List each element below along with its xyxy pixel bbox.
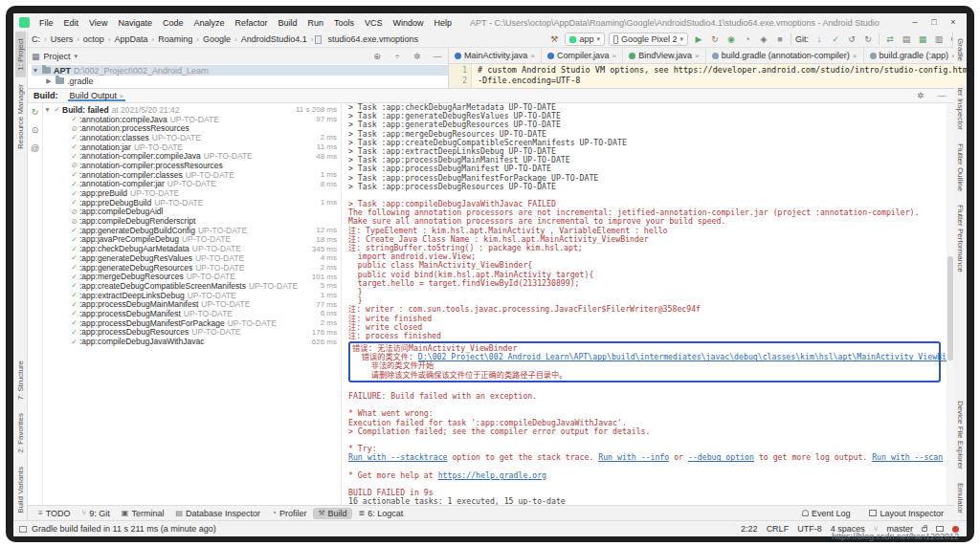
- build-task-row[interactable]: ▼✓Build: failedat 2021/5/20 21:4211 s 20…: [43, 105, 341, 115]
- expander-icon[interactable]: ▶: [45, 77, 53, 85]
- menu-tools[interactable]: Tools: [329, 16, 359, 30]
- toolwindow-button-event-log[interactable]: Event Log: [797, 508, 856, 519]
- sync-project-icon[interactable]: ⇄: [883, 33, 897, 45]
- build-task-row[interactable]: ✓:app:generateDebugBuildConfigUP-TO-DATE…: [43, 226, 341, 235]
- menu-help[interactable]: Help: [430, 16, 457, 30]
- minimize-button[interactable]: –: [905, 14, 924, 31]
- profiler-icon[interactable]: ◔: [741, 33, 754, 45]
- console-link[interactable]: Run with --scan: [872, 452, 943, 462]
- toolwindow-button-terminal[interactable]: ▣Terminal: [117, 508, 169, 519]
- project-root-row[interactable]: ▼ APT D:\002_Project\002_Android_Learn: [32, 65, 448, 76]
- toolwindow-button-9-git[interactable]: ⑂9: Git: [78, 508, 115, 519]
- inspection-ok-icon[interactable]: ✓: [963, 66, 967, 76]
- breadcrumb-item[interactable]: Google: [201, 33, 233, 45]
- build-task-row[interactable]: ✓:app:extractDeepLinksDebugUP-TO-DATE1 m…: [43, 291, 341, 300]
- chevron-down-icon[interactable]: ▾: [75, 53, 78, 60]
- git-commit-icon[interactable]: ✓: [829, 33, 842, 45]
- sidebar-item-flutter-outline[interactable]: Flutter Outline: [955, 137, 966, 198]
- scrollbar-thumb[interactable]: [947, 256, 953, 360]
- device-select[interactable]: Google Pixel 2 ▾: [609, 33, 688, 46]
- git-update-icon[interactable]: ↓: [813, 33, 826, 45]
- minimize-panel-icon[interactable]: —: [935, 90, 948, 101]
- lock-icon[interactable]: [922, 527, 927, 532]
- menu-window[interactable]: Window: [389, 16, 429, 30]
- status-message[interactable]: Gradle build failed in 11 s 211 ms (a mi…: [32, 524, 216, 534]
- console-scrollbar[interactable]: [947, 103, 954, 505]
- sidebar-item-flutter-performance[interactable]: Flutter Performance: [955, 198, 966, 279]
- build-task-row[interactable]: ⊘:app:compileDebugRenderscript: [43, 216, 341, 226]
- sdk-manager-icon[interactable]: ▤: [900, 33, 913, 45]
- breadcrumb-item[interactable]: AndroidStudio4.1: [239, 33, 309, 45]
- console-link[interactable]: Run with --info: [598, 452, 669, 462]
- build-task-row[interactable]: ✓:app:preBuildUP-TO-DATE: [43, 188, 341, 198]
- menu-code[interactable]: Code: [158, 16, 189, 30]
- pin-icon[interactable]: ⊙: [32, 125, 39, 135]
- breadcrumb-item[interactable]: studio64.exe.vmoptions: [325, 33, 420, 45]
- close-icon[interactable]: ×: [612, 52, 617, 60]
- sidebar-item-gradle[interactable]: Gradle: [955, 32, 966, 68]
- sidebar-item-device-file-explorer[interactable]: Device File Explorer: [955, 394, 966, 476]
- build-console[interactable]: > Task :app:checkDebugAarMetadata UP-TO-…: [342, 103, 947, 505]
- project-panel-title[interactable]: Project: [44, 52, 71, 61]
- editor-pane[interactable]: 12 # custom Android Studio VM options, s…: [449, 64, 967, 88]
- status-caret-position[interactable]: 2:22: [741, 524, 758, 534]
- build-task-row[interactable]: ✓:annotation-compiler:compileJavaUP-TO-D…: [43, 151, 341, 161]
- build-task-row[interactable]: ⊘:annotation:processResources: [43, 123, 341, 133]
- status-line-ending[interactable]: CRLF: [767, 524, 790, 534]
- close-button[interactable]: ×: [944, 14, 963, 31]
- build-task-row[interactable]: ✓:annotation-compiler:jarUP-TO-DATE8 ms: [43, 180, 341, 189]
- tab-build-gradle-app-[interactable]: build.gradle (:app)×: [864, 48, 954, 63]
- tab-build-gradle-annotation-compiler-[interactable]: build.gradle (annotation-compiler)×: [706, 48, 864, 63]
- build-task-row[interactable]: ✓:annotation-compiler:classesUP-TO-DATE1…: [43, 170, 341, 180]
- menu-vcs[interactable]: VCS: [360, 16, 388, 30]
- console-link[interactable]: D:\002_Project\002_Android_Learn\APT\app…: [418, 352, 947, 361]
- build-task-row[interactable]: ✓:app:processDebugManifestUP-TO-DATE6 ms: [43, 309, 341, 318]
- locate-file-icon[interactable]: ⊕: [370, 51, 384, 62]
- expander-icon[interactable]: ▼: [32, 67, 39, 74]
- sidebar-item-resource-manager[interactable]: Resource Manager: [15, 77, 26, 156]
- build-task-row[interactable]: ✓:app:compileDebugJavaWithJavac626 ms: [43, 337, 341, 346]
- sidebar-item-1-project[interactable]: 1: Project: [15, 32, 26, 77]
- run-config-select[interactable]: app ▾: [565, 33, 605, 46]
- build-task-row[interactable]: ✓:app:createDebugCompatibleScreenManifes…: [43, 281, 341, 291]
- toolwindow-button-profiler[interactable]: ◔Profiler: [267, 508, 311, 519]
- menu-view[interactable]: View: [84, 16, 112, 30]
- close-icon[interactable]: ×: [951, 52, 954, 60]
- tab-bindview-java[interactable]: BindView.java×: [623, 48, 706, 63]
- build-task-row[interactable]: ✓:app:javaPreCompileDebugUP-TO-DATE18 ms: [43, 235, 341, 245]
- attach-debugger-icon[interactable]: ◈: [757, 33, 770, 45]
- tab-mainactivity-java[interactable]: MainActivity.java×: [449, 48, 542, 63]
- sidebar-item-2-favorites[interactable]: 2: Favorites: [15, 406, 26, 460]
- run-icon[interactable]: ▶: [692, 33, 705, 45]
- stop-icon[interactable]: ■: [773, 33, 787, 45]
- console-link[interactable]: https://help.gradle.org: [438, 470, 546, 480]
- console-link[interactable]: --debug option: [688, 452, 754, 462]
- status-encoding[interactable]: UTF-8: [797, 524, 822, 534]
- debug-icon[interactable]: ◉: [724, 33, 738, 45]
- menu-analyze[interactable]: Analyze: [189, 16, 229, 30]
- build-task-row[interactable]: ✓:app:checkDebugAarMetadataUP-TO-DATE345…: [43, 244, 341, 253]
- build-hammer-icon[interactable]: ⚒: [547, 33, 561, 45]
- build-task-row[interactable]: ✓:app:preDebugBuildUP-TO-DATE1 ms: [43, 198, 341, 207]
- apply-changes-icon[interactable]: ↻: [708, 33, 722, 45]
- git-rollback-icon[interactable]: ↻: [861, 33, 875, 45]
- menu-build[interactable]: Build: [273, 16, 301, 30]
- build-task-row[interactable]: ✓:annotation:jarUP-TO-DATE11 ms: [43, 142, 341, 152]
- build-task-row[interactable]: ⊘:app:compileDebugAidl: [43, 207, 341, 217]
- build-task-row[interactable]: ⊘:annotation-compiler:processResources: [43, 161, 341, 170]
- menu-file[interactable]: File: [34, 16, 58, 30]
- breadcrumb-item[interactable]: octop: [81, 33, 106, 45]
- close-icon[interactable]: ×: [120, 92, 124, 100]
- close-icon[interactable]: ×: [695, 52, 700, 60]
- toolwindow-button-todo[interactable]: ≡TODO: [33, 508, 76, 519]
- device-manager-icon[interactable]: ▥: [932, 33, 946, 45]
- build-task-row[interactable]: ✓:app:processDebugResourcesUP-TO-DATE176…: [43, 328, 341, 338]
- avd-manager-icon[interactable]: ▦: [916, 33, 929, 45]
- sidebar-item-build-variants[interactable]: Build Variants: [15, 460, 26, 520]
- build-settings-icon[interactable]: ✲: [914, 90, 927, 101]
- console-link[interactable]: Run with --stacktrace: [348, 452, 448, 462]
- close-icon[interactable]: ×: [530, 52, 535, 60]
- breadcrumb-item[interactable]: Roaming: [156, 33, 194, 45]
- build-task-row[interactable]: ✓:annotation:compileJavaUP-TO-DATE97 ms: [43, 115, 341, 124]
- toolwindow-button-6-logcat[interactable]: ≣6: Logcat: [354, 508, 409, 519]
